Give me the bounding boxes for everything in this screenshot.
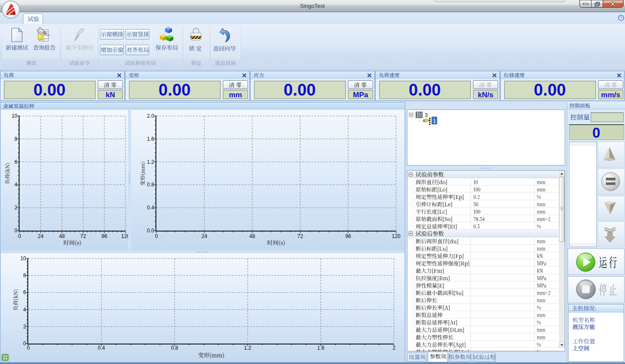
svg-text:0.8: 0.8 bbox=[171, 345, 178, 351]
svg-text:24: 24 bbox=[202, 233, 208, 239]
svg-text:120: 120 bbox=[392, 233, 400, 239]
svg-text:2: 2 bbox=[393, 345, 396, 351]
svg-text:96: 96 bbox=[345, 233, 351, 239]
svg-text:8: 8 bbox=[14, 136, 17, 142]
svg-text:6: 6 bbox=[23, 289, 26, 295]
svg-text:1.6: 1.6 bbox=[147, 136, 154, 142]
svg-text:8: 8 bbox=[23, 272, 26, 278]
svg-text:0: 0 bbox=[27, 345, 30, 351]
svg-text:4: 4 bbox=[23, 307, 26, 313]
svg-text:1: 1 bbox=[433, 118, 436, 124]
svg-text:10: 10 bbox=[12, 113, 18, 119]
svg-text:2: 2 bbox=[14, 205, 17, 211]
svg-text:6: 6 bbox=[14, 159, 17, 165]
svg-text:?: ? bbox=[620, 15, 622, 20]
svg-text:96: 96 bbox=[102, 233, 108, 239]
svg-text:3: 3 bbox=[425, 112, 428, 118]
svg-text:0: 0 bbox=[23, 341, 26, 347]
svg-text:1.2: 1.2 bbox=[244, 345, 251, 351]
svg-text:0.4: 0.4 bbox=[98, 345, 105, 351]
svg-text:72: 72 bbox=[80, 233, 86, 239]
svg-text:48: 48 bbox=[59, 233, 65, 239]
svg-text:1.6: 1.6 bbox=[317, 345, 324, 351]
svg-text:10: 10 bbox=[20, 255, 26, 261]
svg-text:1.2: 1.2 bbox=[147, 159, 154, 165]
svg-text:72: 72 bbox=[298, 233, 304, 239]
svg-text:4: 4 bbox=[14, 182, 17, 188]
svg-text:0: 0 bbox=[14, 228, 17, 234]
svg-text:2.0: 2.0 bbox=[147, 113, 154, 119]
svg-text:0.4: 0.4 bbox=[147, 205, 154, 211]
svg-text:24: 24 bbox=[38, 233, 44, 239]
svg-text:0: 0 bbox=[155, 233, 158, 239]
svg-text:40%: 40% bbox=[46, 34, 50, 36]
svg-text:0.0: 0.0 bbox=[147, 228, 154, 234]
svg-text:48: 48 bbox=[249, 233, 255, 239]
svg-text:0: 0 bbox=[18, 233, 21, 239]
svg-text:2: 2 bbox=[23, 324, 26, 330]
svg-text:0.8: 0.8 bbox=[147, 182, 154, 188]
